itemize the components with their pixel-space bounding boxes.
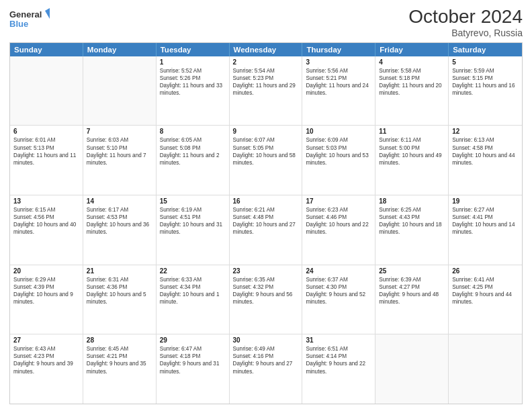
day-number: 10 [306, 128, 371, 135]
weekday-header: Monday [83, 43, 157, 56]
sunset-text: Sunset: 4:23 PM [13, 353, 79, 360]
sunrise-text: Sunrise: 5:58 AM [379, 67, 445, 75]
calendar-cell [375, 334, 449, 404]
daylight-text: Daylight: 10 hours and 40 minutes. [13, 221, 79, 236]
sunset-text: Sunset: 4:34 PM [160, 283, 226, 291]
calendar-cell [83, 56, 157, 126]
daylight-text: Daylight: 9 hours and 22 minutes. [306, 360, 371, 375]
calendar-cell: 31 Sunrise: 6:51 AM Sunset: 4:14 PM Dayl… [302, 334, 375, 404]
daylight-text: Daylight: 9 hours and 27 minutes. [233, 360, 299, 375]
calendar-cell: 24 Sunrise: 6:37 AM Sunset: 4:30 PM Dayl… [302, 265, 375, 334]
calendar-cell [449, 334, 522, 404]
calendar-header: SundayMondayTuesdayWednesdayThursdayFrid… [10, 43, 522, 56]
daylight-text: Daylight: 9 hours and 39 minutes. [13, 360, 79, 375]
sunrise-text: Sunrise: 6:45 AM [87, 345, 152, 353]
sunrise-text: Sunrise: 6:49 AM [233, 345, 299, 353]
calendar-cell: 8 Sunrise: 6:05 AM Sunset: 5:08 PM Dayli… [157, 126, 230, 195]
calendar-cell: 3 Sunrise: 5:56 AM Sunset: 5:21 PM Dayli… [302, 56, 375, 126]
calendar-cell: 1 Sunrise: 5:52 AM Sunset: 5:26 PM Dayli… [157, 56, 230, 126]
sunrise-text: Sunrise: 6:05 AM [160, 136, 226, 144]
daylight-text: Daylight: 10 hours and 58 minutes. [233, 152, 299, 167]
day-number: 25 [379, 267, 445, 275]
sunset-text: Sunset: 4:14 PM [306, 353, 371, 360]
sub-title: Batyrevo, Russia [408, 28, 523, 38]
daylight-text: Daylight: 10 hours and 44 minutes. [452, 152, 519, 167]
day-number: 18 [379, 197, 445, 205]
sunset-text: Sunset: 4:18 PM [160, 353, 226, 360]
logo-svg: General Blue [9, 7, 50, 31]
weekday-header: Sunday [10, 43, 83, 56]
calendar-cell: 4 Sunrise: 5:58 AM Sunset: 5:18 PM Dayli… [375, 56, 449, 126]
daylight-text: Daylight: 9 hours and 52 minutes. [306, 291, 371, 306]
sunset-text: Sunset: 4:27 PM [379, 283, 445, 291]
sunset-text: Sunset: 5:00 PM [379, 144, 445, 152]
day-number: 26 [452, 267, 519, 275]
calendar-cell: 2 Sunrise: 5:54 AM Sunset: 5:23 PM Dayli… [230, 56, 303, 126]
daylight-text: Daylight: 10 hours and 5 minutes. [87, 291, 152, 306]
day-number: 19 [452, 197, 519, 205]
calendar-cell: 9 Sunrise: 6:07 AM Sunset: 5:05 PM Dayli… [230, 126, 303, 195]
daylight-text: Daylight: 9 hours and 31 minutes. [160, 360, 226, 375]
sunset-text: Sunset: 4:51 PM [160, 214, 226, 221]
sunset-text: Sunset: 5:23 PM [233, 75, 299, 82]
sunset-text: Sunset: 4:56 PM [13, 214, 79, 221]
calendar-cell: 22 Sunrise: 6:33 AM Sunset: 4:34 PM Dayl… [157, 265, 230, 334]
sunrise-text: Sunrise: 6:01 AM [13, 136, 79, 144]
calendar-cell: 21 Sunrise: 6:31 AM Sunset: 4:36 PM Dayl… [83, 265, 157, 334]
weekday-header: Friday [375, 43, 449, 56]
sunset-text: Sunset: 5:13 PM [13, 144, 79, 152]
page: General Blue October 2024 Batyrevo, Russ… [0, 0, 532, 411]
sunrise-text: Sunrise: 6:15 AM [13, 206, 79, 214]
day-number: 29 [160, 336, 226, 344]
sunrise-text: Sunrise: 6:25 AM [379, 206, 445, 214]
sunrise-text: Sunrise: 6:41 AM [452, 276, 519, 283]
daylight-text: Daylight: 11 hours and 33 minutes. [160, 82, 226, 97]
svg-text:General: General [9, 9, 42, 19]
sunset-text: Sunset: 4:48 PM [233, 214, 299, 221]
sunset-text: Sunset: 5:18 PM [379, 75, 445, 82]
daylight-text: Daylight: 11 hours and 29 minutes. [233, 82, 299, 97]
sunset-text: Sunset: 5:03 PM [306, 144, 371, 152]
calendar-week-row: 1 Sunrise: 5:52 AM Sunset: 5:26 PM Dayli… [10, 56, 522, 126]
daylight-text: Daylight: 11 hours and 2 minutes. [160, 152, 226, 167]
sunrise-text: Sunrise: 5:56 AM [306, 67, 371, 75]
sunset-text: Sunset: 4:25 PM [452, 283, 519, 291]
sunset-text: Sunset: 4:58 PM [452, 144, 519, 152]
sunrise-text: Sunrise: 5:52 AM [160, 67, 226, 75]
sunrise-text: Sunrise: 6:27 AM [452, 206, 519, 214]
daylight-text: Daylight: 10 hours and 18 minutes. [379, 221, 445, 236]
daylight-text: Daylight: 10 hours and 36 minutes. [87, 221, 152, 236]
sunset-text: Sunset: 4:21 PM [87, 353, 152, 360]
sunrise-text: Sunrise: 6:17 AM [87, 206, 152, 214]
sunset-text: Sunset: 5:15 PM [452, 75, 519, 82]
sunrise-text: Sunrise: 6:11 AM [379, 136, 445, 144]
sunset-text: Sunset: 4:16 PM [233, 353, 299, 360]
daylight-text: Daylight: 10 hours and 1 minute. [160, 291, 226, 306]
calendar-cell: 6 Sunrise: 6:01 AM Sunset: 5:13 PM Dayli… [10, 126, 83, 195]
sunrise-text: Sunrise: 6:21 AM [233, 206, 299, 214]
day-number: 15 [160, 197, 226, 205]
day-number: 16 [233, 197, 299, 205]
calendar-cell: 11 Sunrise: 6:11 AM Sunset: 5:00 PM Dayl… [375, 126, 449, 195]
daylight-text: Daylight: 10 hours and 49 minutes. [379, 152, 445, 167]
sunrise-text: Sunrise: 6:13 AM [452, 136, 519, 144]
day-number: 14 [87, 197, 152, 205]
day-number: 20 [13, 267, 79, 275]
sunset-text: Sunset: 4:53 PM [87, 214, 152, 221]
sunrise-text: Sunrise: 5:54 AM [233, 67, 299, 75]
sunset-text: Sunset: 5:26 PM [160, 75, 226, 82]
sunset-text: Sunset: 4:39 PM [13, 283, 79, 291]
main-title: October 2024 [408, 7, 523, 28]
daylight-text: Daylight: 11 hours and 7 minutes. [87, 152, 152, 167]
calendar-cell: 18 Sunrise: 6:25 AM Sunset: 4:43 PM Dayl… [375, 195, 449, 265]
sunrise-text: Sunrise: 6:19 AM [160, 206, 226, 214]
calendar-cell: 7 Sunrise: 6:03 AM Sunset: 5:10 PM Dayli… [83, 126, 157, 195]
sunrise-text: Sunrise: 6:07 AM [233, 136, 299, 144]
day-number: 6 [13, 128, 79, 135]
day-number: 17 [306, 197, 371, 205]
day-number: 12 [452, 128, 519, 135]
calendar-cell: 27 Sunrise: 6:43 AM Sunset: 4:23 PM Dayl… [10, 334, 83, 404]
calendar-week-row: 13 Sunrise: 6:15 AM Sunset: 4:56 PM Dayl… [10, 195, 522, 265]
daylight-text: Daylight: 10 hours and 14 minutes. [452, 221, 519, 236]
daylight-text: Daylight: 10 hours and 31 minutes. [160, 221, 226, 236]
